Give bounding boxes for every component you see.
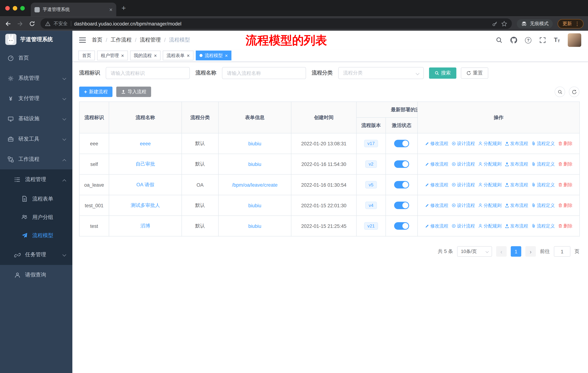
form-link[interactable]: biubiu [248, 161, 261, 167]
browser-update-button[interactable]: 更新 ⋮ [557, 19, 583, 28]
op-publish[interactable]: 发布流程 [504, 140, 528, 147]
tag-process-form[interactable]: 流程表单 × [163, 51, 193, 60]
op-definition[interactable]: 流程定义 [531, 140, 555, 147]
form-link[interactable]: biubiu [248, 141, 261, 146]
op-modify[interactable]: 修改流程 [425, 140, 448, 147]
search-icon[interactable] [496, 37, 503, 43]
collapse-menu-icon[interactable] [79, 38, 86, 43]
active-toggle[interactable] [394, 222, 409, 230]
sidebar-item-devtools[interactable]: 研发工具 [0, 129, 72, 149]
op-assign[interactable]: 分配规则 [478, 140, 502, 147]
font-size-icon[interactable]: TT [554, 37, 560, 43]
filter-name-input[interactable] [222, 67, 306, 79]
page-size-select[interactable]: 10条/页 [457, 246, 492, 257]
browser-tab[interactable]: 芋道管理系统 × [31, 2, 116, 16]
op-modify[interactable]: 修改流程 [425, 202, 448, 209]
op-delete[interactable]: 删除 [558, 202, 572, 209]
op-delete[interactable]: 删除 [558, 223, 572, 229]
create-process-button[interactable]: + 新建流程 [79, 87, 113, 97]
form-link[interactable]: biubiu [248, 202, 261, 208]
user-avatar[interactable] [568, 33, 581, 47]
browser-menu-icon[interactable]: ⋮ [575, 20, 580, 27]
breadcrumb-item[interactable]: 工作流程 [111, 37, 132, 43]
active-toggle[interactable] [394, 202, 409, 209]
back-icon[interactable] [5, 20, 12, 27]
fullscreen-icon[interactable] [539, 37, 546, 43]
tag-home[interactable]: 首页 [78, 51, 95, 60]
bookmark-star-icon[interactable] [501, 20, 507, 27]
process-name-link[interactable]: eeee [140, 141, 151, 146]
sidebar-item-process-management[interactable]: 流程管理 [0, 169, 72, 190]
goto-page-input[interactable] [554, 246, 570, 257]
op-publish[interactable]: 发布流程 [504, 161, 528, 167]
tab-close-icon[interactable]: × [109, 7, 113, 12]
close-icon[interactable]: × [121, 53, 124, 58]
op-delete[interactable]: 删除 [558, 181, 572, 188]
active-toggle[interactable] [394, 140, 409, 147]
password-key-icon[interactable] [492, 20, 498, 27]
github-icon[interactable] [510, 37, 517, 43]
op-design[interactable]: 设计流程 [451, 202, 475, 209]
op-design[interactable]: 设计流程 [451, 161, 475, 167]
window-zoom-button[interactable] [20, 6, 25, 10]
refresh-table-button[interactable] [569, 87, 579, 97]
search-button[interactable]: 搜索 [429, 67, 456, 79]
tag-process-model[interactable]: 流程模型 × [196, 51, 232, 60]
op-assign[interactable]: 分配规则 [478, 202, 502, 209]
process-name-link[interactable]: 滔博 [140, 223, 150, 229]
op-publish[interactable]: 发布流程 [504, 202, 528, 209]
filter-key-input[interactable] [106, 67, 190, 79]
op-design[interactable]: 设计流程 [451, 223, 475, 229]
sidebar-item-home[interactable]: 首页 [0, 48, 72, 68]
op-definition[interactable]: 流程定义 [531, 223, 555, 229]
window-close-button[interactable] [5, 6, 10, 10]
reset-button[interactable]: 重置 [461, 67, 488, 79]
op-design[interactable]: 设计流程 [451, 140, 475, 147]
sidebar-item-leave-query[interactable]: 请假查询 [0, 265, 72, 285]
process-name-link[interactable]: OA 请假 [136, 182, 154, 187]
import-process-button[interactable]: 导入流程 [116, 87, 151, 97]
tag-my-process[interactable]: 我的流程 × [130, 51, 161, 60]
op-definition[interactable]: 流程定义 [531, 161, 555, 167]
op-modify[interactable]: 修改流程 [425, 181, 448, 188]
new-tab-button[interactable]: + [122, 4, 126, 12]
breadcrumb-item[interactable]: 流程管理 [140, 37, 161, 43]
op-publish[interactable]: 发布流程 [504, 181, 528, 188]
window-minimize-button[interactable] [13, 6, 17, 10]
op-delete[interactable]: 删除 [558, 140, 572, 147]
process-name-link[interactable]: 自己审批 [136, 161, 155, 167]
op-assign[interactable]: 分配规则 [478, 161, 502, 167]
sidebar-item-process-model[interactable]: 流程模型 [0, 226, 72, 245]
op-publish[interactable]: 发布流程 [504, 223, 528, 229]
active-toggle[interactable] [394, 161, 409, 168]
op-modify[interactable]: 修改流程 [425, 161, 448, 167]
active-toggle[interactable] [394, 181, 409, 189]
op-modify[interactable]: 修改流程 [425, 223, 448, 229]
tag-tenant[interactable]: 租户管理 × [97, 51, 128, 60]
close-icon[interactable]: × [225, 53, 228, 58]
sidebar-item-task-management[interactable]: 任务管理 [0, 245, 72, 265]
prev-page-button[interactable]: ‹ [496, 246, 507, 257]
close-icon[interactable]: × [187, 53, 190, 58]
op-assign[interactable]: 分配规则 [478, 223, 502, 229]
close-icon[interactable]: × [154, 53, 157, 58]
breadcrumb-item[interactable]: 首页 [92, 37, 102, 43]
form-link[interactable]: biubiu [248, 223, 261, 229]
sidebar-item-system[interactable]: 系统管理 [0, 68, 72, 88]
sidebar-item-infra[interactable]: 基础设施 [0, 109, 72, 129]
filter-category-select[interactable]: 流程分类 [338, 67, 424, 79]
reload-icon[interactable] [28, 20, 36, 27]
help-icon[interactable]: ? [525, 37, 532, 43]
sidebar-item-workflow[interactable]: 工作流程 [0, 149, 72, 169]
process-name-link[interactable]: 测试多审批人 [131, 202, 160, 208]
sidebar-item-user-group[interactable]: 用户分组 [0, 208, 72, 226]
forward-icon[interactable] [17, 20, 24, 27]
op-design[interactable]: 设计流程 [451, 181, 475, 188]
address-bar[interactable]: 不安全 dashboard.yudao.iocoder.cn/bpm/manag… [41, 18, 512, 29]
next-page-button[interactable]: › [525, 246, 536, 257]
sidebar-item-process-form[interactable]: 流程表单 [0, 190, 72, 208]
form-link[interactable]: /bpm/oa/leave/create [232, 182, 278, 188]
op-definition[interactable]: 流程定义 [531, 202, 555, 209]
page-1-button[interactable]: 1 [511, 246, 521, 257]
toggle-search-button[interactable] [555, 87, 565, 97]
